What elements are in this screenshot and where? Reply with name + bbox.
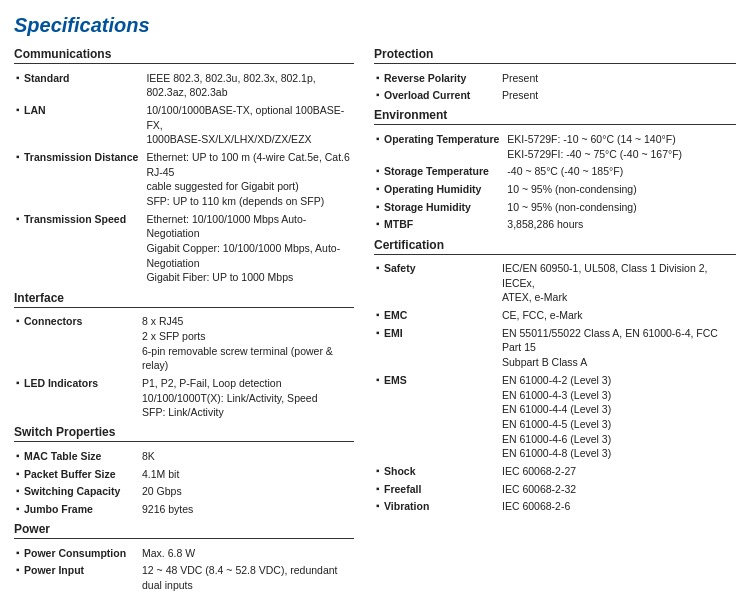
table-row: ▪EMIEN 55011/55022 Class A, EN 61000-6-4…: [374, 324, 736, 371]
spec-label: MAC Table Size: [22, 447, 140, 465]
spec-value: Ethernet: UP to 100 m (4-wire Cat.5e, Ca…: [144, 148, 354, 210]
section-title-switch_properties: Switch Properties: [14, 425, 354, 442]
spec-value: IEC/EN 60950-1, UL508, Class 1 Division …: [500, 260, 736, 307]
bullet-icon: ▪: [374, 216, 382, 234]
bullet-icon: ▪: [14, 313, 22, 375]
spec-label: Operating Temperature: [382, 130, 505, 162]
spec-table-switch_properties: ▪MAC Table Size8K▪Packet Buffer Size4.1M…: [14, 447, 354, 518]
table-row: ▪Operating TemperatureEKI-5729F: -10 ~ 6…: [374, 130, 736, 162]
spec-value: EN 55011/55022 Class A, EN 61000-6-4, FC…: [500, 324, 736, 371]
bullet-icon: ▪: [14, 544, 22, 562]
spec-label: Storage Humidity: [382, 198, 505, 216]
bullet-icon: ▪: [14, 148, 22, 210]
spec-table-interface: ▪Connectors8 x RJ452 x SFP ports6-pin re…: [14, 313, 354, 422]
spec-label: Transmission Distance: [22, 148, 144, 210]
bullet-icon: ▪: [374, 163, 382, 181]
spec-value: 10 ~ 95% (non-condensing): [505, 198, 736, 216]
section-communications: Communications▪StandardIEEE 802.3, 802.3…: [14, 47, 354, 287]
spec-label: EMI: [382, 324, 500, 371]
section-title-protection: Protection: [374, 47, 736, 64]
section-title-environment: Environment: [374, 108, 736, 125]
table-row: ▪EMSEN 61000-4-2 (Level 3)EN 61000-4-3 (…: [374, 371, 736, 462]
spec-value: 12 ~ 48 VDC (8.4 ~ 52.8 VDC), redundant …: [140, 562, 354, 591]
table-row: ▪MTBF3,858,286 hours: [374, 216, 736, 234]
bullet-icon: ▪: [374, 324, 382, 371]
table-row: ▪Operating Humidity10 ~ 95% (non-condens…: [374, 180, 736, 198]
spec-label: Freefall: [382, 480, 500, 498]
spec-value: -40 ~ 85°C (-40 ~ 185°F): [505, 163, 736, 181]
spec-table-certification: ▪SafetyIEC/EN 60950-1, UL508, Class 1 Di…: [374, 260, 736, 516]
bullet-icon: ▪: [374, 371, 382, 462]
bullet-icon: ▪: [374, 480, 382, 498]
section-interface: Interface▪Connectors8 x RJ452 x SFP port…: [14, 291, 354, 422]
spec-label: Reverse Polarity: [382, 69, 500, 87]
spec-label: Vibration: [382, 498, 500, 516]
spec-value: 3,858,286 hours: [505, 216, 736, 234]
bullet-icon: ▪: [374, 307, 382, 325]
spec-label: Switching Capacity: [22, 483, 140, 501]
spec-value: P1, P2, P-Fail, Loop detection10/100/100…: [140, 374, 354, 421]
spec-value: IEC 60068-2-27: [500, 462, 736, 480]
table-row: ▪Power ConsumptionMax. 6.8 W: [14, 544, 354, 562]
section-certification: Certification▪SafetyIEC/EN 60950-1, UL50…: [374, 238, 736, 516]
table-row: ▪SafetyIEC/EN 60950-1, UL508, Class 1 Di…: [374, 260, 736, 307]
spec-label: Transmission Speed: [22, 210, 144, 286]
spec-label: Shock: [382, 462, 500, 480]
table-row: ▪Storage Humidity10 ~ 95% (non-condensin…: [374, 198, 736, 216]
bullet-icon: ▪: [14, 562, 22, 591]
spec-label: Operating Humidity: [382, 180, 505, 198]
spec-label: Jumbo Frame: [22, 501, 140, 519]
spec-table-environment: ▪Operating TemperatureEKI-5729F: -10 ~ 6…: [374, 130, 736, 233]
section-protection: Protection▪Reverse PolarityPresent▪Overl…: [374, 47, 736, 104]
spec-label: EMS: [382, 371, 500, 462]
section-environment: Environment▪Operating TemperatureEKI-572…: [374, 108, 736, 233]
table-row: ▪Packet Buffer Size4.1M bit: [14, 465, 354, 483]
bullet-icon: ▪: [374, 180, 382, 198]
section-switch_properties: Switch Properties▪MAC Table Size8K▪Packe…: [14, 425, 354, 518]
table-row: ▪VibrationIEC 60068-2-6: [374, 498, 736, 516]
table-row: ▪Transmission SpeedEthernet: 10/100/1000…: [14, 210, 354, 286]
table-row: ▪LED IndicatorsP1, P2, P-Fail, Loop dete…: [14, 374, 354, 421]
col-left: Communications▪StandardIEEE 802.3, 802.3…: [14, 47, 354, 591]
table-row: ▪Storage Temperature-40 ~ 85°C (-40 ~ 18…: [374, 163, 736, 181]
bullet-icon: ▪: [14, 465, 22, 483]
spec-value: IEC 60068-2-32: [500, 480, 736, 498]
table-row: ▪EMCCE, FCC, e-Mark: [374, 307, 736, 325]
spec-value: 9216 bytes: [140, 501, 354, 519]
table-row: ▪StandardIEEE 802.3, 802.3u, 802.3x, 802…: [14, 69, 354, 101]
bullet-icon: ▪: [374, 87, 382, 105]
table-row: ▪Transmission DistanceEthernet: UP to 10…: [14, 148, 354, 210]
spec-label: EMC: [382, 307, 500, 325]
section-title-interface: Interface: [14, 291, 354, 308]
spec-value: Present: [500, 69, 736, 87]
table-row: ▪ShockIEC 60068-2-27: [374, 462, 736, 480]
col-right: Protection▪Reverse PolarityPresent▪Overl…: [374, 47, 736, 591]
bullet-icon: ▪: [374, 260, 382, 307]
specs-two-col: Communications▪StandardIEEE 802.3, 802.3…: [14, 47, 736, 591]
spec-label: Power Input: [22, 562, 140, 591]
table-row: ▪Overload CurrentPresent: [374, 87, 736, 105]
bullet-icon: ▪: [374, 462, 382, 480]
table-row: ▪FreefallIEC 60068-2-32: [374, 480, 736, 498]
spec-value: 8 x RJ452 x SFP ports6-pin removable scr…: [140, 313, 354, 375]
bullet-icon: ▪: [14, 374, 22, 421]
bullet-icon: ▪: [374, 498, 382, 516]
bullet-icon: ▪: [14, 210, 22, 286]
table-row: ▪Connectors8 x RJ452 x SFP ports6-pin re…: [14, 313, 354, 375]
spec-value: Ethernet: 10/100/1000 Mbps Auto-Negotiat…: [144, 210, 354, 286]
bullet-icon: ▪: [374, 198, 382, 216]
bullet-icon: ▪: [374, 69, 382, 87]
spec-label: Standard: [22, 69, 144, 101]
spec-value: Max. 6.8 W: [140, 544, 354, 562]
spec-label: Safety: [382, 260, 500, 307]
table-row: ▪Reverse PolarityPresent: [374, 69, 736, 87]
spec-value: 10/100/1000BASE-TX, optional 100BASE-FX,…: [144, 101, 354, 148]
spec-value: CE, FCC, e-Mark: [500, 307, 736, 325]
spec-label: LAN: [22, 101, 144, 148]
spec-label: Storage Temperature: [382, 163, 505, 181]
bullet-icon: ▪: [14, 69, 22, 101]
bullet-icon: ▪: [14, 101, 22, 148]
spec-label: LED Indicators: [22, 374, 140, 421]
page-title: Specifications: [14, 14, 736, 37]
spec-label: Connectors: [22, 313, 140, 375]
